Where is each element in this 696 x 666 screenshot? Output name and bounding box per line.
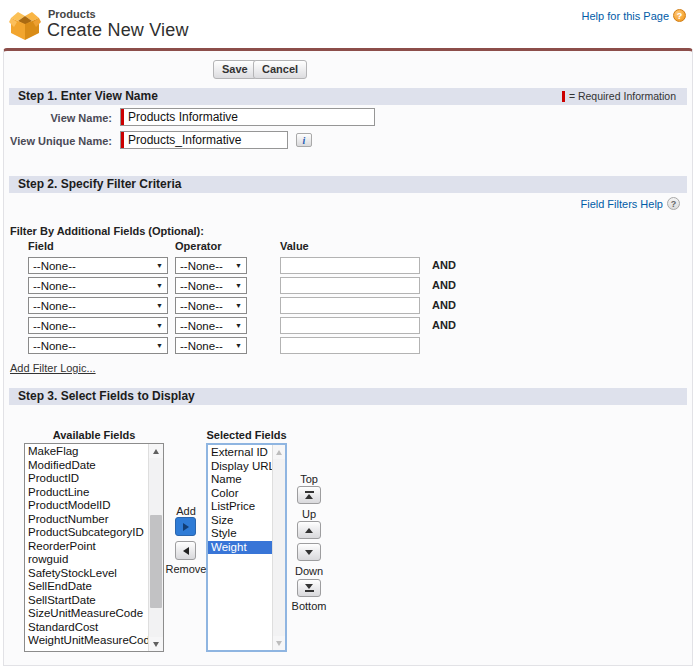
field-select[interactable]: --None--▼ <box>28 337 168 354</box>
field-select-value: --None-- <box>33 260 76 272</box>
add-button[interactable] <box>175 517 196 536</box>
info-icon[interactable]: i <box>296 133 312 147</box>
save-button[interactable]: Save <box>213 60 257 79</box>
operator-select[interactable]: --None--▼ <box>175 277 247 294</box>
arrow-down-icon <box>305 584 313 589</box>
scroll-up-icon[interactable] <box>149 444 163 458</box>
field-select[interactable]: --None--▼ <box>28 257 168 274</box>
list-item[interactable]: rowguid <box>25 553 148 567</box>
list-item[interactable]: SellEndDate <box>25 580 148 594</box>
scroll-thumb[interactable] <box>150 515 162 608</box>
value-input[interactable] <box>280 257 420 274</box>
add-filter-logic-link[interactable]: Add Filter Logic... <box>10 362 96 374</box>
field-filters-help-link[interactable]: Field Filters Help <box>580 198 663 210</box>
operator-select[interactable]: --None--▼ <box>175 337 247 354</box>
step2-header: Step 2. Specify Filter Criteria <box>9 176 687 193</box>
scroll-down-icon[interactable] <box>149 637 163 651</box>
chevron-down-icon: ▼ <box>235 262 242 269</box>
bar-icon <box>305 590 314 592</box>
filter-row: --None--▼ --None--▼ <box>0 337 696 354</box>
bar-icon <box>305 491 314 493</box>
create-new-view-page: Products Create New View Help for this P… <box>0 0 696 666</box>
view-unique-name-input[interactable] <box>120 131 288 149</box>
chevron-down-icon: ▼ <box>156 322 163 329</box>
value-input[interactable] <box>280 297 420 314</box>
list-item[interactable]: ModifiedDate <box>25 459 148 473</box>
list-item[interactable]: Style <box>208 527 272 541</box>
list-item[interactable]: Weight <box>208 541 272 555</box>
move-top-button[interactable] <box>297 486 321 504</box>
list-item[interactable]: Size <box>208 514 272 528</box>
move-bottom-button[interactable] <box>297 579 321 597</box>
filter-row: --None--▼ --None--▼ AND <box>0 277 696 294</box>
operator-select-value: --None-- <box>180 280 223 292</box>
operator-select[interactable]: --None--▼ <box>175 297 247 314</box>
list-item[interactable]: Display URL <box>208 460 272 474</box>
remove-button[interactable] <box>175 541 196 560</box>
list-item[interactable]: ProductModelID <box>25 499 148 513</box>
operator-select-value: --None-- <box>180 300 223 312</box>
chevron-down-icon: ▼ <box>235 282 242 289</box>
list-item[interactable]: ReorderPoint <box>25 540 148 554</box>
field-select-value: --None-- <box>33 340 76 352</box>
chevron-down-icon: ▼ <box>156 302 163 309</box>
available-fields-listbox[interactable]: MakeFlagModifiedDateProductIDProductLine… <box>24 443 164 652</box>
help-icon[interactable]: ? <box>673 9 686 22</box>
filter-row: --None--▼ --None--▼ AND <box>0 297 696 314</box>
operator-select-value: --None-- <box>180 320 223 332</box>
list-item[interactable]: ProductID <box>25 472 148 486</box>
available-fields-label: Available Fields <box>24 429 164 441</box>
list-item[interactable]: ProductSubcategoryID <box>25 526 148 540</box>
help-for-this-page-link[interactable]: Help for this Page <box>582 10 669 22</box>
scrollbar[interactable] <box>272 445 285 650</box>
field-select-value: --None-- <box>33 300 76 312</box>
page-title: Create New View <box>47 20 189 41</box>
required-legend-text: = Required Information <box>569 90 676 102</box>
and-label: AND <box>432 257 456 274</box>
products-box-icon <box>8 8 42 42</box>
and-label: AND <box>432 317 456 334</box>
scroll-up-icon[interactable] <box>273 445 285 459</box>
operator-select-value: --None-- <box>180 340 223 352</box>
view-name-field-wrap <box>120 108 375 126</box>
column-header-field: Field <box>28 240 54 252</box>
move-down-button[interactable] <box>297 543 321 561</box>
list-item[interactable]: WeightUnitMeasureCode <box>25 634 148 648</box>
list-item[interactable]: SafetyStockLevel <box>25 567 148 581</box>
list-item[interactable]: ProductNumber <box>25 513 148 527</box>
selected-fields-listbox[interactable]: External IDDisplay URLNameColorListPrice… <box>206 443 287 652</box>
list-item[interactable]: ListPrice <box>208 500 272 514</box>
list-item[interactable]: ProductLine <box>25 486 148 500</box>
arrow-right-icon <box>183 523 189 531</box>
operator-select[interactable]: --None--▼ <box>175 317 247 334</box>
scrollbar[interactable] <box>148 444 163 651</box>
field-select[interactable]: --None--▼ <box>28 297 168 314</box>
column-header-value: Value <box>280 240 309 252</box>
remove-label: Remove <box>163 563 209 575</box>
operator-select[interactable]: --None--▼ <box>175 257 247 274</box>
list-item[interactable]: SizeUnitMeasureCode <box>25 607 148 621</box>
view-name-input[interactable] <box>120 108 375 126</box>
cancel-button[interactable]: Cancel <box>253 60 307 79</box>
arrow-left-icon <box>183 547 189 555</box>
add-label: Add <box>163 505 209 517</box>
move-up-button[interactable] <box>297 521 321 539</box>
list-item[interactable]: Color <box>208 487 272 501</box>
field-select[interactable]: --None--▼ <box>28 317 168 334</box>
chevron-down-icon: ▼ <box>235 342 242 349</box>
list-item[interactable]: External ID <box>208 446 272 460</box>
column-header-operator: Operator <box>175 240 221 252</box>
list-item[interactable]: SellStartDate <box>25 594 148 608</box>
value-input[interactable] <box>280 337 420 354</box>
list-item[interactable]: StandardCost <box>25 621 148 635</box>
value-input[interactable] <box>280 277 420 294</box>
list-item[interactable]: MakeFlag <box>25 445 148 459</box>
list-item[interactable]: Name <box>208 473 272 487</box>
bottom-label: Bottom <box>287 600 331 612</box>
field-select[interactable]: --None--▼ <box>28 277 168 294</box>
required-indicator-icon <box>121 132 124 148</box>
scroll-down-icon[interactable] <box>273 636 285 650</box>
question-icon[interactable]: ? <box>667 197 680 210</box>
value-input[interactable] <box>280 317 420 334</box>
selected-fields-label: Selected Fields <box>206 429 287 441</box>
